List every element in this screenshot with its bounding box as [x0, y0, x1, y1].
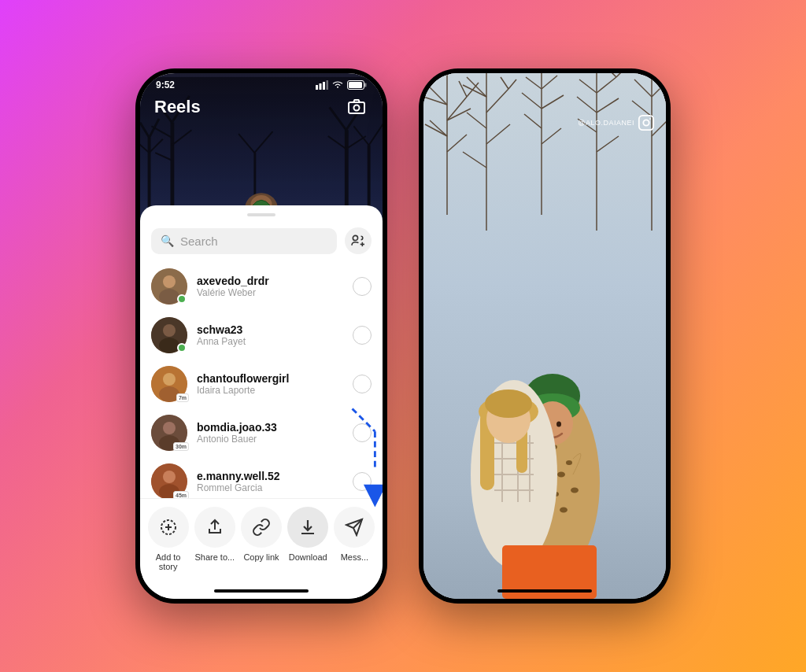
avatar-wrap: 7m	[151, 366, 187, 402]
online-indicator	[177, 294, 187, 304]
left-phone: Reels 9:52	[135, 68, 387, 604]
search-input-placeholder[interactable]: Search	[180, 234, 218, 248]
contact-info: bomdia.joao.33 Antonio Bauer	[197, 421, 343, 445]
copy-link-icon	[241, 507, 282, 548]
contact-item[interactable]: 45m e.manny.well.52 Rommel Garcia	[140, 457, 383, 498]
select-radio[interactable]	[353, 277, 372, 296]
contact-info: e.manny.well.52 Rommel Garcia	[197, 470, 343, 493]
add-to-story-action[interactable]: Add to story	[146, 507, 190, 571]
contact-info: chantouflowergirl Idaira Laporte	[197, 372, 343, 396]
status-icons	[316, 80, 367, 90]
download-action[interactable]: Download	[287, 507, 330, 571]
message-action[interactable]: Mess...	[333, 507, 376, 571]
add-people-button[interactable]	[345, 227, 372, 254]
svg-point-147	[649, 118, 651, 120]
select-radio[interactable]	[353, 326, 372, 345]
instagram-logo	[638, 114, 655, 135]
svg-rect-34	[349, 82, 362, 88]
message-icon	[334, 507, 375, 548]
svg-point-125	[560, 508, 568, 513]
svg-point-45	[163, 373, 176, 386]
right-phone: @ALO.DAIANEI	[419, 68, 671, 604]
drag-handle	[247, 213, 275, 216]
select-radio[interactable]	[353, 375, 372, 393]
contact-username: chantouflowergirl	[197, 372, 343, 385]
svg-rect-145	[639, 116, 653, 130]
reels-title: Reels	[154, 97, 201, 117]
contact-realname: Idaira Laporte	[197, 385, 343, 396]
select-radio[interactable]	[353, 423, 372, 442]
svg-rect-29	[320, 83, 322, 90]
action-label: Download	[289, 552, 327, 562]
select-radio[interactable]	[353, 472, 372, 491]
wifi-icon	[331, 80, 344, 90]
contact-realname: Anna Payet	[197, 336, 343, 347]
contact-item[interactable]: axevedo_drdr Valérie Weber	[140, 262, 383, 311]
svg-point-27	[354, 105, 360, 111]
svg-point-42	[163, 324, 176, 337]
reels-header: Reels	[140, 95, 383, 119]
add-story-icon	[148, 507, 189, 548]
action-label: Copy link	[243, 552, 279, 562]
action-row: Add to story Share to...	[140, 498, 383, 579]
contact-item[interactable]: 7m chantouflowergirl Idaira Laporte	[140, 360, 383, 408]
time-badge: 30m	[173, 442, 189, 451]
svg-point-43	[159, 338, 179, 353]
search-icon: 🔍	[161, 234, 174, 247]
action-label: Mess...	[341, 552, 368, 562]
contact-list: axevedo_drdr Valérie Weber schwa23	[140, 262, 383, 498]
svg-rect-26	[349, 102, 364, 113]
action-label: Share to...	[194, 552, 235, 562]
svg-point-146	[643, 120, 649, 125]
svg-point-118	[557, 472, 565, 478]
svg-point-40	[159, 289, 179, 305]
contact-realname: Antonio Bauer	[197, 434, 343, 445]
photo-background: @ALO.DAIANEI	[423, 73, 666, 599]
contact-realname: Rommel Garcia	[197, 482, 343, 493]
svg-rect-30	[323, 82, 325, 90]
contact-username: schwa23	[197, 323, 343, 336]
svg-point-35	[353, 235, 357, 240]
contact-username: e.manny.well.52	[197, 470, 343, 482]
avatar-wrap: 45m	[151, 463, 187, 498]
battery-icon	[347, 80, 367, 90]
svg-point-130	[556, 422, 561, 427]
contact-info: axevedo_drdr Valérie Weber	[197, 275, 343, 298]
contact-username: bomdia.joao.33	[197, 421, 343, 434]
avatar-wrap	[151, 268, 187, 305]
action-label: Add to story	[146, 552, 190, 571]
share-sheet: 🔍 Search	[140, 205, 383, 599]
svg-point-51	[163, 471, 176, 483]
svg-point-143	[485, 390, 532, 418]
share-to-action[interactable]: Share to...	[193, 507, 236, 571]
home-indicator	[214, 589, 309, 593]
search-bar[interactable]: 🔍 Search	[151, 228, 337, 254]
contact-realname: Valérie Weber	[197, 287, 343, 298]
avatar-wrap	[151, 317, 187, 353]
svg-point-115	[566, 460, 572, 465]
contact-username: axevedo_drdr	[197, 275, 343, 287]
svg-point-122	[571, 488, 579, 493]
avatar-wrap: 30m	[151, 415, 187, 451]
contact-item[interactable]: 30m bomdia.joao.33 Antonio Bauer	[140, 408, 383, 457]
contact-item[interactable]: schwa23 Anna Payet	[140, 311, 383, 360]
svg-rect-28	[316, 85, 318, 90]
time-badge: 45m	[173, 491, 189, 498]
username-overlay: @ALO.DAIANEI	[578, 119, 634, 127]
copy-link-action[interactable]: Copy link	[239, 507, 283, 571]
svg-rect-31	[327, 80, 329, 90]
camera-button[interactable]	[345, 95, 368, 119]
time-display: 9:52	[156, 79, 175, 90]
svg-point-48	[163, 422, 176, 434]
contact-info: schwa23 Anna Payet	[197, 323, 343, 347]
search-container: 🔍 Search	[140, 227, 383, 254]
share-icon	[194, 507, 235, 548]
home-indicator	[497, 589, 592, 593]
online-indicator	[177, 343, 187, 353]
status-bar: 9:52	[140, 73, 383, 94]
signal-icon	[316, 80, 328, 90]
download-icon	[287, 507, 328, 548]
svg-rect-33	[364, 83, 367, 87]
svg-point-39	[163, 275, 176, 288]
time-badge: 7m	[176, 393, 189, 402]
